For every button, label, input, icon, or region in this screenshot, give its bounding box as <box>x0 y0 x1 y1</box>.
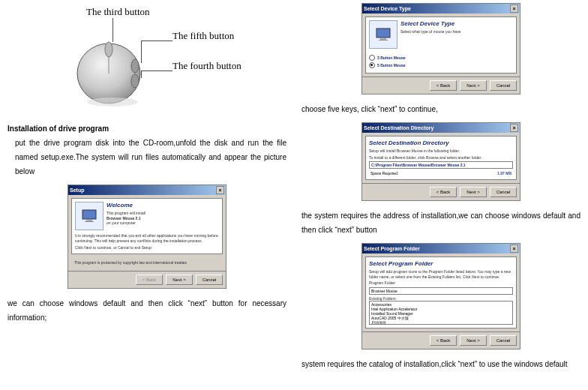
paragraph: we can choose windows default and then c… <box>8 296 286 325</box>
back-button[interactable]: < Back <box>136 274 163 285</box>
next-button[interactable]: Next > <box>460 335 487 346</box>
left-column: The third button The fifth button The fo… <box>0 0 294 390</box>
space-required-value: 1.97 MB <box>497 171 512 176</box>
svg-rect-7 <box>85 221 94 222</box>
paragraph: system requires the catalog of installat… <box>302 357 580 371</box>
right-column: Select Device Type × Select Device Type … <box>294 0 588 390</box>
close-icon[interactable]: × <box>510 4 518 13</box>
program-folder-field[interactable]: Browser Mouse <box>369 287 513 295</box>
paragraph: put the drive program disk into the CD-r… <box>8 136 286 178</box>
computer-icon <box>75 202 104 230</box>
svg-rect-8 <box>376 28 390 38</box>
back-button[interactable]: < Back <box>430 335 457 346</box>
device-type-dialog: Select Device Type × Select Device Type … <box>362 3 520 94</box>
radio-3-button[interactable]: 3 Button Mouse <box>369 55 513 61</box>
svg-rect-10 <box>379 40 388 40</box>
section-heading: Installation of drive program <box>8 124 286 133</box>
svg-point-4 <box>87 98 138 106</box>
dialog-title: Select Program Folder <box>364 246 420 251</box>
mouse-illustration: The third button The fifth button The fo… <box>8 6 286 118</box>
callout-third: The third button <box>86 6 150 18</box>
list-item[interactable]: 启动项目 <box>371 320 511 325</box>
dialog-text: To install to a different folder, click … <box>369 155 513 160</box>
welcome-dialog: Setup × Welcome This program will instal… <box>68 184 226 289</box>
dialog-title: Setup <box>70 188 84 193</box>
dialog-title: Select Device Type <box>364 6 411 11</box>
svg-rect-5 <box>82 210 96 219</box>
dialog-titlebar: Select Program Folder × <box>362 244 520 254</box>
leader-line <box>112 18 113 42</box>
back-button[interactable]: < Back <box>430 80 457 91</box>
dialog-titlebar: Select Device Type × <box>362 4 520 14</box>
program-folder-dialog: Select Program Folder × Select Program F… <box>362 243 520 350</box>
install-path-field[interactable]: C:\Program Files\Browser Mouse\Browser M… <box>369 161 513 169</box>
dialog-title: Select Destination Directory <box>364 125 434 130</box>
svg-rect-6 <box>86 220 92 221</box>
dialog-text: It is strongly recommended that you exit… <box>75 233 219 243</box>
dialog-text: Setup will add program icons to the Prog… <box>369 269 513 279</box>
cancel-button[interactable]: Cancel <box>490 80 517 91</box>
callout-fifth: The fifth button <box>172 30 234 42</box>
next-button[interactable]: Next > <box>166 274 193 285</box>
dialog-footer: This program is protected by copyright l… <box>71 257 223 268</box>
paragraph: the system requires the address of insta… <box>302 208 580 237</box>
svg-point-3 <box>131 74 139 88</box>
dialog-heading: Select Program Folder <box>369 260 513 267</box>
close-icon[interactable]: × <box>510 124 518 132</box>
svg-point-1 <box>105 42 112 57</box>
dialog-titlebar: Select Destination Directory × <box>362 123 520 133</box>
cancel-button[interactable]: Cancel <box>490 187 517 197</box>
next-button[interactable]: Next > <box>460 187 487 197</box>
leader-line <box>141 70 172 71</box>
dialog-text: Click Next to continue, or Cancel to exi… <box>75 245 219 250</box>
radio-5-button[interactable]: 5 Button Mouse <box>369 62 513 68</box>
cancel-button[interactable]: Cancel <box>196 274 223 285</box>
dialog-heading: Select Destination Directory <box>369 140 513 146</box>
next-button[interactable]: Next > <box>460 80 487 91</box>
cancel-button[interactable]: Cancel <box>490 335 517 346</box>
callout-fourth: The fourth button <box>172 60 242 72</box>
leader-line <box>141 40 172 41</box>
field-label: Program Folder: <box>369 280 513 286</box>
space-required-label: Space Required: <box>370 171 398 176</box>
paragraph: choose five keys, click “next” to contin… <box>302 102 580 116</box>
close-icon[interactable]: × <box>216 186 224 194</box>
existing-folders-list[interactable]: Accessories Intel Application Accelerato… <box>369 301 513 325</box>
svg-rect-9 <box>380 38 386 40</box>
destination-dialog: Select Destination Directory × Select De… <box>362 122 520 201</box>
dialog-titlebar: Setup × <box>68 185 226 195</box>
computer-icon <box>369 20 398 49</box>
svg-point-2 <box>131 59 139 73</box>
leader-line <box>141 40 142 63</box>
leader-line <box>141 70 142 78</box>
back-button[interactable]: < Back <box>430 187 457 197</box>
close-icon[interactable]: × <box>510 244 518 253</box>
